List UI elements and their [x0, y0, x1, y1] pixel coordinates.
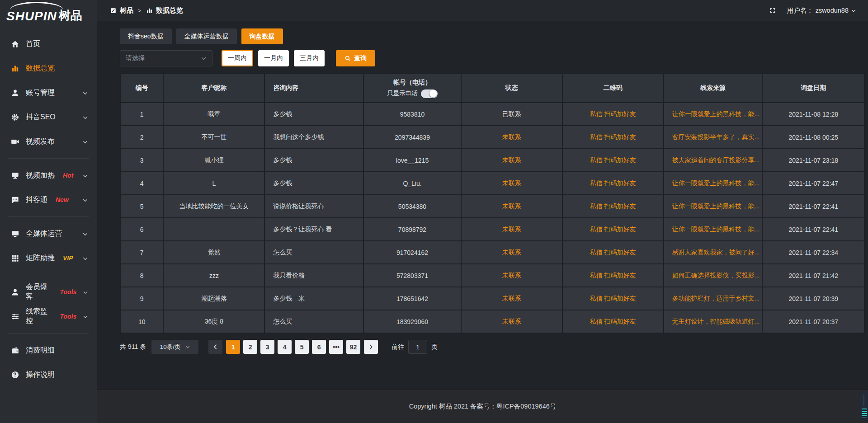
chevron-down-icon: [82, 90, 88, 96]
sidebar-item[interactable]: 抖音SEO: [0, 105, 97, 129]
monitor-icon: [11, 230, 19, 238]
breadcrumb-root[interactable]: 树品: [120, 6, 133, 15]
user-icon: [11, 89, 19, 97]
search-icon: [344, 55, 351, 61]
date-range-button[interactable]: 三月内: [294, 50, 325, 66]
cell-nickname: 狐小狸: [163, 149, 264, 172]
cell-qr: 私信 扫码加好友: [562, 103, 664, 126]
page-button[interactable]: 6: [312, 340, 326, 354]
cell-status: 未联系: [461, 218, 562, 241]
cell-account: 2097344839: [363, 126, 461, 149]
sidebar-item[interactable]: 抖客通New: [0, 188, 97, 212]
tab[interactable]: 全媒体运营数据: [176, 28, 237, 44]
sidebar-item-label: 抖客通: [26, 195, 47, 205]
sidebar-item[interactable]: 数据总览: [0, 56, 97, 80]
cell-qr-link[interactable]: 私信 扫码加好友: [590, 179, 636, 187]
cell-id: 4: [120, 172, 163, 195]
page-button[interactable]: 1: [226, 340, 240, 354]
phone-only-toggle[interactable]: [421, 89, 438, 98]
filter-select-placeholder: 请选择: [126, 54, 145, 62]
search-button[interactable]: 查询: [336, 50, 375, 66]
cell-qr-link[interactable]: 私信 扫码加好友: [590, 156, 636, 164]
cell-qr-link[interactable]: 私信 扫码加好友: [590, 318, 636, 325]
sidebar-item[interactable]: 首页: [0, 32, 97, 56]
table-row: 8zzz我只看价格572803371未联系私信 扫码加好友如何正确选择投影仪，买…: [120, 264, 864, 287]
goto-label: 前往: [392, 343, 404, 351]
page-size-select[interactable]: 10条/页: [151, 340, 198, 354]
sliders-icon: [11, 312, 19, 321]
app-icon: [110, 7, 117, 14]
sidebar-item[interactable]: 矩阵助推VIP: [0, 246, 97, 270]
cell-content: 多少钱: [264, 103, 363, 126]
page-button[interactable]: 2: [243, 340, 257, 354]
sidebar-item[interactable]: 视频加热Hot: [0, 163, 97, 188]
cell-qr-link[interactable]: 私信 扫码加好友: [590, 249, 636, 256]
cell-qr: 私信 扫码加好友: [562, 195, 664, 218]
table-row: 4L多少钱Q_Liu.未联系私信 扫码加好友让你一眼就爱上的黑科技，能...20…: [120, 172, 864, 195]
breadcrumb: 树品 > 数据总览: [110, 6, 183, 15]
date-range-button[interactable]: 一月内: [258, 50, 289, 66]
tab[interactable]: 抖音seo数据: [120, 28, 172, 44]
cell-qr-link[interactable]: 私信 扫码加好友: [590, 133, 636, 141]
cell-id: 9: [120, 287, 163, 310]
page-button[interactable]: 3: [260, 340, 274, 354]
page-button[interactable]: 4: [278, 340, 292, 354]
page-button[interactable]: 92: [346, 340, 360, 354]
logo[interactable]: SHUPIN 树品: [0, 0, 97, 26]
logo-text-cn: 树品: [59, 8, 82, 24]
floating-widget[interactable]: [860, 391, 868, 420]
next-page-button[interactable]: [364, 340, 378, 354]
cell-source-link[interactable]: 多功能护栏灯，适用于乡村文...: [672, 295, 760, 302]
cell-content: 我只看价格: [264, 264, 363, 287]
username: zswodun88: [816, 7, 849, 14]
cell-source-link[interactable]: 无主灯设计，智能磁吸轨道灯...: [672, 318, 760, 325]
table-row: 9潮起潮落多少钱一米178651642未联系私信 扫码加好友多功能护栏灯，适用于…: [120, 287, 864, 310]
pagination: 共 911 条 10条/页 123456•••92 前往 页: [120, 340, 865, 354]
date-range-button[interactable]: 一周内: [222, 50, 253, 66]
cell-source-link[interactable]: 让你一眼就爱上的黑科技，能...: [672, 179, 760, 187]
chevron-left-icon: [212, 344, 218, 350]
goto-page-input[interactable]: [408, 340, 427, 354]
cell-date: 2021-11-07 22:47: [762, 172, 864, 195]
sidebar-item[interactable]: 视频发布: [0, 129, 97, 154]
sidebar-item[interactable]: 线索监控Tools: [0, 304, 97, 329]
filter-select[interactable]: 请选择: [120, 50, 212, 66]
user-menu[interactable]: 用户名： zswodun88: [787, 6, 856, 15]
tab[interactable]: 询盘数据: [241, 28, 283, 44]
cell-source-link[interactable]: 让你一眼就爱上的黑科技，能...: [672, 110, 760, 118]
sidebar-item[interactable]: 会员爆客Tools: [0, 280, 97, 304]
sidebar-item[interactable]: 操作说明: [0, 362, 97, 387]
sidebar-divider: [8, 333, 89, 334]
cell-qr-link[interactable]: 私信 扫码加好友: [590, 110, 636, 118]
fullscreen-icon[interactable]: [769, 7, 776, 14]
sidebar: SHUPIN 树品 首页数据总览账号管理抖音SEO视频发布视频加热Hot抖客通N…: [0, 0, 97, 423]
page-ellipsis-button[interactable]: •••: [329, 340, 343, 354]
cell-content: 多少钱: [264, 172, 363, 195]
cell-source-link[interactable]: 客厅安装投影半年多了，真实...: [672, 133, 760, 141]
cell-qr-link[interactable]: 私信 扫码加好友: [590, 295, 636, 302]
page-button[interactable]: 5: [295, 340, 309, 354]
wallet-icon: [11, 346, 19, 355]
cell-qr-link[interactable]: 私信 扫码加好友: [590, 226, 636, 233]
cell-source-link[interactable]: 感谢大家喜欢我家，被问了好...: [672, 249, 760, 256]
sidebar-item[interactable]: 账号管理: [0, 80, 97, 105]
cell-source-link[interactable]: 如何正确选择投影仪，买投影...: [672, 272, 760, 279]
cell-qr: 私信 扫码加好友: [562, 264, 664, 287]
sidebar-item-badge: Hot: [63, 172, 73, 179]
cell-qr: 私信 扫码加好友: [562, 310, 664, 333]
cell-nickname: [163, 218, 264, 241]
cell-status: 未联系: [461, 126, 562, 149]
cell-source-link[interactable]: 让你一眼就爱上的黑科技，能...: [672, 202, 760, 210]
cell-qr-link[interactable]: 私信 扫码加好友: [590, 202, 636, 210]
cell-qr-link[interactable]: 私信 扫码加好友: [590, 272, 636, 279]
cell-source-link[interactable]: 让你一眼就爱上的黑科技，能...: [672, 226, 760, 233]
page-title: 数据总览: [156, 6, 183, 15]
username-label: 用户名：: [787, 6, 813, 15]
logo-arc-icon: [10, 2, 63, 10]
cell-status: 未联系: [461, 264, 562, 287]
sidebar-item[interactable]: 全媒体运营: [0, 221, 97, 246]
sidebar-item[interactable]: 消费明细: [0, 338, 97, 362]
cell-date: 2021-11-07 21:42: [762, 264, 864, 287]
cell-source-link[interactable]: 被大家追着问的客厅投影分享...: [672, 156, 760, 164]
prev-page-button[interactable]: [208, 340, 222, 354]
